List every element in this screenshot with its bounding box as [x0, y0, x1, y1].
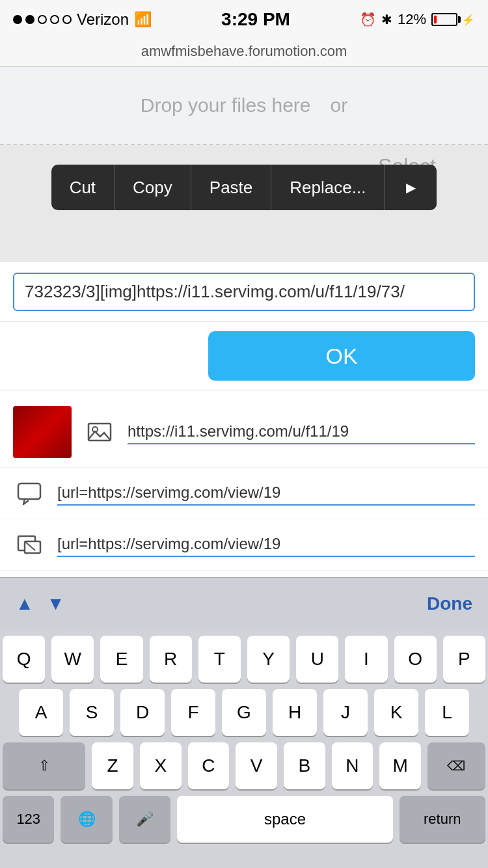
key-L[interactable]: L	[425, 689, 469, 736]
key-C[interactable]: C	[188, 742, 230, 789]
key-M[interactable]: M	[379, 742, 421, 789]
drop-or: or	[331, 94, 348, 116]
key-P[interactable]: P	[443, 636, 485, 683]
key-A[interactable]: A	[19, 689, 63, 736]
key-W[interactable]: W	[51, 636, 94, 683]
links-section: https://i11.servimg.com/u/f11/19 [url=ht…	[0, 390, 488, 577]
status-right: ⏰ ✱ 12% ⚡	[360, 11, 475, 28]
alarm-icon: ⏰	[360, 12, 376, 27]
key-G[interactable]: G	[222, 689, 266, 736]
globe-key[interactable]: 🌐	[61, 796, 112, 843]
done-button[interactable]: Done	[427, 593, 472, 614]
link-row-comment: [url=https://servimg.com/view/19	[0, 468, 488, 519]
more-menu-item[interactable]: ▶	[385, 165, 437, 210]
paste-menu-item[interactable]: Paste	[191, 165, 272, 210]
battery-percent: 12%	[398, 11, 426, 28]
ok-button[interactable]: OK	[208, 331, 475, 381]
url-text: amwfmisbehave.forumotion.com	[141, 43, 347, 59]
text-input-row: 732323/3][img]https://i11.servimg.com/u/…	[0, 262, 488, 322]
status-bar: Verizon 📶 3:29 PM ⏰ ✱ 12% ⚡	[0, 0, 488, 39]
context-menu-container: Select Cut Copy Paste Replace... ▶	[0, 145, 488, 262]
resize-link-text[interactable]: [url=https://servimg.com/view/19	[57, 532, 475, 557]
keyboard-row-2: A S D F G H J K L	[3, 689, 485, 736]
key-X[interactable]: X	[140, 742, 182, 789]
key-Z[interactable]: Z	[92, 742, 133, 789]
key-D[interactable]: D	[120, 689, 165, 736]
image-thumbnail	[13, 406, 72, 458]
url-bar[interactable]: amwfmisbehave.forumotion.com	[0, 39, 488, 67]
drop-text: Drop your files here	[141, 94, 311, 116]
delete-key[interactable]: ⌫	[427, 742, 485, 789]
key-Y[interactable]: Y	[247, 636, 290, 683]
text-input-field[interactable]: 732323/3][img]https://i11.servimg.com/u/…	[13, 273, 475, 311]
key-O[interactable]: O	[394, 636, 437, 683]
next-field-button[interactable]: ▼	[47, 593, 65, 614]
comment-link-text[interactable]: [url=https://servimg.com/view/19	[57, 481, 475, 506]
bluetooth-icon: ✱	[381, 12, 392, 27]
key-V[interactable]: V	[236, 742, 277, 789]
key-K[interactable]: K	[374, 689, 418, 736]
comment-icon	[13, 477, 46, 509]
link-row-resize: [url=https://servimg.com/view/19	[0, 519, 488, 571]
image-link-text[interactable]: https://i11.servimg.com/u/f11/19	[128, 420, 475, 444]
wifi-icon: 📶	[134, 11, 152, 28]
svg-rect-0	[88, 424, 111, 441]
signal-indicator	[13, 15, 72, 24]
key-U[interactable]: U	[296, 636, 338, 683]
key-F[interactable]: F	[171, 689, 215, 736]
ok-button-row: OK	[0, 322, 488, 390]
key-N[interactable]: N	[332, 742, 373, 789]
key-Q[interactable]: Q	[3, 636, 45, 683]
key-E[interactable]: E	[100, 636, 142, 683]
key-I[interactable]: I	[345, 636, 387, 683]
key-B[interactable]: B	[284, 742, 325, 789]
numbers-key[interactable]: 123	[3, 796, 54, 843]
svg-rect-2	[18, 483, 40, 499]
signal-dot-4	[50, 15, 59, 24]
time-display: 3:29 PM	[221, 9, 290, 30]
keyboard-toolbar: ▲ ▼ Done	[0, 577, 488, 629]
shift-key[interactable]: ⇧	[3, 742, 85, 789]
keyboard-row-3: ⇧ Z X C V B N M ⌫	[3, 742, 485, 789]
keyboard: Q W E R T Y U I O P A S D F G H J K L ⇧ …	[0, 629, 488, 853]
keyboard-row-4: 123 🌐 🎤 space return	[3, 796, 485, 843]
signal-dot-2	[25, 15, 34, 24]
key-J[interactable]: J	[323, 689, 368, 736]
prev-field-button[interactable]: ▲	[16, 593, 34, 614]
status-left: Verizon 📶	[13, 10, 152, 29]
copy-menu-item[interactable]: Copy	[115, 165, 191, 210]
signal-dot-1	[13, 15, 22, 24]
microphone-key[interactable]: 🎤	[119, 796, 170, 843]
image-icon	[83, 416, 116, 448]
cut-menu-item[interactable]: Cut	[51, 165, 115, 210]
charge-icon: ⚡	[462, 14, 475, 26]
carrier-label: Verizon	[77, 10, 129, 29]
key-H[interactable]: H	[273, 689, 317, 736]
toolbar-nav: ▲ ▼	[16, 593, 64, 614]
replace-menu-item[interactable]: Replace...	[271, 165, 385, 210]
return-key[interactable]: return	[400, 796, 485, 843]
battery-icon: ⚡	[431, 13, 475, 26]
space-key[interactable]: space	[177, 796, 392, 843]
signal-dot-3	[38, 15, 47, 24]
key-T[interactable]: T	[198, 636, 241, 683]
keyboard-row-1: Q W E R T Y U I O P	[3, 636, 485, 683]
page-content: Drop your files here or Select Cut Copy …	[0, 67, 488, 577]
key-S[interactable]: S	[70, 689, 114, 736]
key-R[interactable]: R	[150, 636, 192, 683]
context-menu: Cut Copy Paste Replace... ▶	[51, 165, 437, 210]
signal-dot-5	[62, 15, 72, 24]
resize-icon	[13, 528, 46, 561]
drop-zone[interactable]: Drop your files here or	[0, 67, 488, 145]
link-row-image: https://i11.servimg.com/u/f11/19	[0, 397, 488, 468]
